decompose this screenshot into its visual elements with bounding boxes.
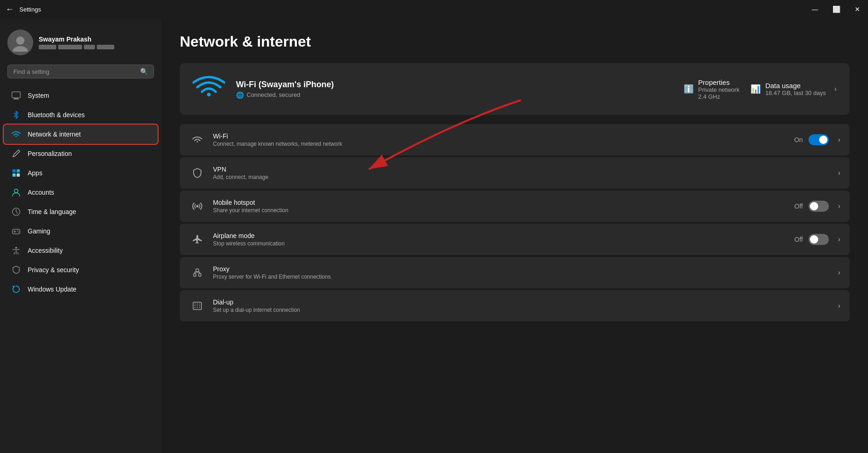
sidebar-item-label: Accounts (28, 189, 54, 196)
titlebar-title: Settings (19, 6, 41, 13)
setting-right-proxy: › (834, 268, 840, 277)
chevron-wifi: › (838, 136, 840, 144)
sidebar-item-privacy[interactable]: Privacy & security (4, 260, 158, 280)
sidebar-item-update[interactable]: Windows Update (4, 280, 158, 299)
sidebar-item-network[interactable]: Network & internet (4, 125, 158, 144)
svg-rect-5 (12, 169, 16, 173)
toggle-label-airplane: Off (794, 236, 803, 243)
info-icon: ℹ️ (684, 84, 694, 94)
sidebar-item-label: Bluetooth & devices (28, 111, 85, 119)
user-bar (58, 45, 82, 49)
user-bar (84, 45, 95, 49)
setting-title-dialup: Dial-up (213, 298, 827, 306)
wifi-icon (189, 131, 206, 148)
setting-desc-hotspot: Share your internet connection (213, 207, 787, 214)
sidebar-item-gaming[interactable]: Gaming (4, 221, 158, 241)
chevron-airplane: › (838, 235, 840, 244)
setting-text-hotspot: Mobile hotspot Share your internet conne… (213, 199, 787, 214)
wifi-status-card[interactable]: Wi-Fi (Swayam's iPhone) 🌐 Connected, sec… (180, 63, 850, 115)
personalization-icon (11, 149, 21, 159)
sidebar-item-label: Gaming (28, 227, 50, 235)
user-bar (39, 45, 56, 49)
setting-desc-wifi: Connect, manage known networks, metered … (213, 141, 787, 147)
svg-rect-16 (194, 274, 196, 276)
sidebar-item-label: Apps (28, 169, 42, 177)
toggle-wifi[interactable] (809, 134, 829, 145)
data-text: Data usage 18.47 GB, last 30 days (765, 82, 826, 96)
wifi-props-text: Properties Private network 2.4 GHz (698, 78, 740, 100)
toggle-hotspot[interactable] (809, 201, 829, 212)
hotspot-icon (189, 198, 206, 215)
svg-point-12 (17, 231, 18, 232)
wifi-connected-status: 🌐 Connected, secured (236, 91, 673, 99)
data-usage-icon: 📊 (750, 84, 761, 94)
time-icon (11, 207, 21, 217)
chevron-hotspot: › (838, 202, 840, 210)
vpn-icon (189, 165, 206, 181)
sidebar-item-label: Time & language (28, 208, 76, 215)
search-input[interactable] (13, 68, 136, 75)
svg-rect-4 (13, 99, 19, 100)
setting-right-vpn: › (834, 169, 840, 177)
user-profile[interactable]: Swayam Prakash (0, 26, 161, 65)
toggle-knob-hotspot (810, 202, 818, 210)
sidebar-item-label: Network & internet (28, 131, 81, 138)
sidebar-item-accessibility[interactable]: Accessibility (4, 241, 158, 260)
svg-rect-18 (196, 269, 199, 272)
setting-desc-airplane: Stop wireless communication (213, 240, 787, 247)
sidebar: Swayam Prakash 🔍 System Bluetooth & devi… (0, 18, 161, 453)
airplane-icon (189, 231, 206, 248)
setting-row-airplane[interactable]: Airplane mode Stop wireless communicatio… (180, 224, 850, 255)
sidebar-item-system[interactable]: System (4, 86, 158, 105)
toggle-label-wifi: On (794, 136, 803, 143)
svg-point-1 (13, 46, 28, 52)
back-button[interactable]: ← (6, 5, 14, 14)
sidebar-item-label: Windows Update (28, 286, 77, 293)
setting-text-proxy: Proxy Proxy server for Wi-Fi and Etherne… (213, 265, 827, 280)
user-bar (97, 45, 114, 49)
svg-point-13 (18, 232, 19, 232)
setting-right-wifi: On › (794, 134, 840, 145)
chevron-vpn: › (838, 169, 840, 177)
sidebar-item-accounts[interactable]: Accounts (4, 183, 158, 202)
sidebar-item-bluetooth[interactable]: Bluetooth & devices (4, 105, 158, 125)
wifi-properties: ℹ️ Properties Private network 2.4 GHz (684, 78, 740, 100)
svg-rect-2 (12, 92, 20, 98)
setting-row-dialup[interactable]: Dial-up Set up a dial-up internet connec… (180, 290, 850, 322)
svg-rect-7 (12, 173, 16, 177)
apps-icon (11, 168, 21, 178)
sidebar-item-apps[interactable]: Apps (4, 163, 158, 183)
search-icon: 🔍 (140, 68, 148, 75)
maximize-button[interactable]: ⬜ (826, 0, 847, 18)
setting-desc-vpn: Add, connect, manage (213, 174, 827, 180)
accessibility-icon (11, 245, 21, 256)
update-icon (11, 284, 21, 294)
wifi-network-name: Wi-Fi (Swayam's iPhone) (236, 80, 673, 89)
setting-row-vpn[interactable]: VPN Add, connect, manage › (180, 157, 850, 189)
toggle-airplane[interactable] (809, 234, 829, 245)
wifi-data-usage[interactable]: 📊 Data usage 18.47 GB, last 30 days › (750, 82, 837, 96)
sidebar-item-personalization[interactable]: Personalization (4, 144, 158, 163)
user-info: Swayam Prakash (39, 36, 114, 49)
window-controls: — ⬜ ✕ (804, 0, 868, 18)
search-box[interactable]: 🔍 (7, 65, 154, 78)
setting-row-wifi[interactable]: Wi-Fi Connect, manage known networks, me… (180, 124, 850, 155)
data-usage-chevron[interactable]: › (834, 85, 837, 93)
user-bars (39, 45, 114, 49)
svg-point-9 (14, 189, 18, 193)
setting-row-proxy[interactable]: Proxy Proxy server for Wi-Fi and Etherne… (180, 257, 850, 288)
close-button[interactable]: ✕ (847, 0, 868, 18)
system-icon (11, 90, 21, 101)
globe-icon: 🌐 (236, 91, 244, 99)
sidebar-item-time[interactable]: Time & language (4, 202, 158, 221)
minimize-button[interactable]: — (804, 0, 826, 18)
network-icon (11, 129, 21, 139)
setting-row-hotspot[interactable]: Mobile hotspot Share your internet conne… (180, 191, 850, 222)
page-title: Network & internet (180, 33, 850, 50)
svg-point-15 (196, 205, 199, 208)
dialup-icon (189, 298, 206, 314)
setting-text-dialup: Dial-up Set up a dial-up internet connec… (213, 298, 827, 313)
setting-text-airplane: Airplane mode Stop wireless communicatio… (213, 232, 787, 247)
toggle-label-hotspot: Off (794, 203, 803, 210)
chevron-dialup: › (838, 302, 840, 310)
